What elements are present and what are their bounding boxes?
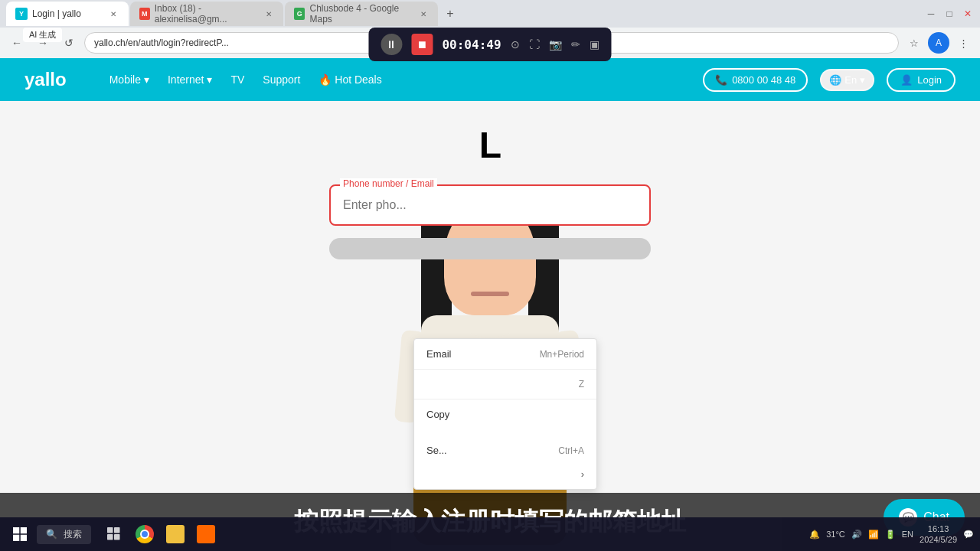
start-button[interactable] xyxy=(6,520,34,548)
windows-taskbar: 🔍 搜索 🔔 31°C 🔊 📶 🔋 EN 16:13 2024/5/29 💬 xyxy=(0,517,980,551)
explorer-taskbar-icon[interactable] xyxy=(162,520,189,548)
tab-close-login[interactable]: ✕ xyxy=(107,8,119,20)
nav-right: 📞 0800 00 48 48 🌐 En ▾ 👤 Login xyxy=(703,68,956,92)
ai-badge: AI 生成 xyxy=(23,28,62,42)
tab-favicon-gmail: M xyxy=(139,8,150,20)
search-label: 搜索 xyxy=(64,528,82,541)
camera-icon[interactable]: 📷 xyxy=(549,38,562,51)
nav-mobile[interactable]: Mobile ▾ xyxy=(109,73,149,86)
nav-tv[interactable]: TV xyxy=(230,73,244,86)
model-mouth xyxy=(471,292,509,296)
context-menu-item-more[interactable]: › xyxy=(414,462,596,486)
tab-login[interactable]: Y Login | yallo ✕ xyxy=(6,2,129,26)
svg-rect-5 xyxy=(114,527,120,533)
phone-icon: 📞 xyxy=(715,74,727,86)
temp-display: 31°C xyxy=(826,530,845,539)
pencil-icon[interactable]: ✏ xyxy=(571,38,580,51)
address-text: yallo.ch/en/auth/login?redirectP... xyxy=(94,37,229,48)
context-menu-item-copy[interactable]: Copy xyxy=(414,403,596,426)
crop-icon[interactable]: ▣ xyxy=(590,38,599,51)
context-menu-item-empty[interactable] xyxy=(414,426,596,439)
browser-chrome: Y Login | yallo ✕ M Inbox (18) - alexine… xyxy=(0,0,980,58)
context-menu: Email Mn+Period Z Copy Se... Ctrl+A xyxy=(413,338,597,490)
login-form: Phone number / Email xyxy=(329,184,651,259)
tab-close-gmail[interactable]: ✕ xyxy=(263,8,274,20)
page-content: L Phone number / Email Email Mn+Period Z… xyxy=(0,101,980,551)
phone-email-field[interactable]: Phone number / Email xyxy=(329,184,651,226)
taskbar-right: 🔔 31°C 🔊 📶 🔋 EN 16:13 2024/5/29 💬 xyxy=(809,523,974,546)
profile-avatar[interactable]: A xyxy=(928,32,949,54)
site-navigation: yallo Mobile ▾ Internet ▾ TV Support 🔥 H… xyxy=(0,58,980,101)
volume-icon[interactable]: 🔊 xyxy=(851,530,862,540)
context-menu-divider-2 xyxy=(414,399,596,399)
svg-rect-3 xyxy=(21,535,27,541)
context-menu-item-2[interactable]: Z xyxy=(414,373,596,396)
recording-timer: 00:04:49 xyxy=(442,37,501,52)
notification-icon[interactable]: 🔔 xyxy=(809,530,820,540)
phone-email-input[interactable] xyxy=(343,198,637,212)
svg-rect-0 xyxy=(13,527,19,533)
phone-button[interactable]: 📞 0800 00 48 48 xyxy=(703,68,808,92)
page-title: L xyxy=(479,124,501,166)
svg-rect-2 xyxy=(13,535,19,541)
stop-recording-button[interactable]: ⏹ xyxy=(411,34,433,55)
form-field-label: Phone number / Email xyxy=(340,178,437,189)
recording-toolbar: ⏸ ⏹ 00:04:49 ⊙ ⛶ 📷 ✏ ▣ xyxy=(368,28,611,61)
orange-app-icon[interactable] xyxy=(192,520,220,548)
user-icon: 👤 xyxy=(900,74,913,86)
tab-gmail[interactable]: M Inbox (18) - alexinelisa@gm... ✕ xyxy=(130,2,283,26)
fullscreen-icon[interactable]: ⛶ xyxy=(529,38,540,51)
nav-hot-deals[interactable]: 🔥 Hot Deals xyxy=(318,73,381,86)
svg-rect-1 xyxy=(21,527,27,533)
nav-support[interactable]: Support xyxy=(263,73,300,86)
tab-label-gmail: Inbox (18) - alexinelisa@gm... xyxy=(155,3,260,24)
context-menu-item-select[interactable]: Se... Ctrl+A xyxy=(414,439,596,462)
svg-rect-4 xyxy=(107,527,113,533)
website-content: yallo Mobile ▾ Internet ▾ TV Support 🔥 H… xyxy=(0,58,980,551)
taskbar-time-display: 16:13 xyxy=(920,523,957,534)
task-view-button[interactable] xyxy=(100,520,128,548)
network-icon[interactable]: 📶 xyxy=(868,530,879,540)
search-icon: 🔍 xyxy=(46,529,57,540)
toolbar-right: ☆ A ⋮ xyxy=(903,32,974,54)
minimize-button[interactable]: ─ xyxy=(925,8,937,20)
tab-strip: Y Login | yallo ✕ M Inbox (18) - alexine… xyxy=(6,2,925,26)
new-tab-button[interactable]: + xyxy=(439,3,461,24)
bookmark-icon[interactable]: ☆ xyxy=(903,32,925,54)
notifications-panel-icon[interactable]: 💬 xyxy=(963,530,974,540)
lang-icon: EN xyxy=(902,530,913,539)
tab-label-maps: Chlusbode 4 - Google Maps xyxy=(309,3,413,24)
continue-button[interactable] xyxy=(329,238,651,259)
menu-icon[interactable]: ⋮ xyxy=(952,32,974,54)
battery-icon: 🔋 xyxy=(885,530,896,540)
globe-icon: 🌐 xyxy=(829,74,841,86)
tab-favicon-yallo: Y xyxy=(15,8,28,20)
pause-recording-button[interactable]: ⏸ xyxy=(381,34,402,55)
context-menu-item-email[interactable]: Email Mn+Period xyxy=(414,342,596,366)
tab-close-maps[interactable]: ✕ xyxy=(418,8,429,20)
camera-dot-icon[interactable]: ⊙ xyxy=(511,38,520,51)
taskbar-search[interactable]: 🔍 搜索 xyxy=(37,525,91,544)
close-button[interactable]: ✕ xyxy=(962,8,974,20)
model-collar xyxy=(467,315,513,338)
tab-favicon-maps: G xyxy=(294,8,305,20)
site-logo: yallo xyxy=(24,69,67,90)
language-button[interactable]: 🌐 En ▾ xyxy=(820,69,874,91)
login-button[interactable]: 👤 Login xyxy=(887,68,956,92)
window-controls: ─ □ ✕ xyxy=(925,8,974,20)
svg-rect-7 xyxy=(114,534,120,540)
svg-rect-6 xyxy=(107,534,113,540)
taskbar-date-display: 2024/5/29 xyxy=(920,534,957,545)
tab-label-login: Login | yallo xyxy=(32,8,81,19)
restore-button[interactable]: □ xyxy=(943,8,956,20)
chrome-taskbar-icon[interactable] xyxy=(131,520,158,548)
context-menu-divider xyxy=(414,369,596,370)
title-bar: Y Login | yallo ✕ M Inbox (18) - alexine… xyxy=(0,0,980,28)
tab-maps[interactable]: G Chlusbode 4 - Google Maps ✕ xyxy=(285,2,438,26)
taskbar-clock: 16:13 2024/5/29 xyxy=(920,523,957,546)
nav-internet[interactable]: Internet ▾ xyxy=(168,73,212,86)
